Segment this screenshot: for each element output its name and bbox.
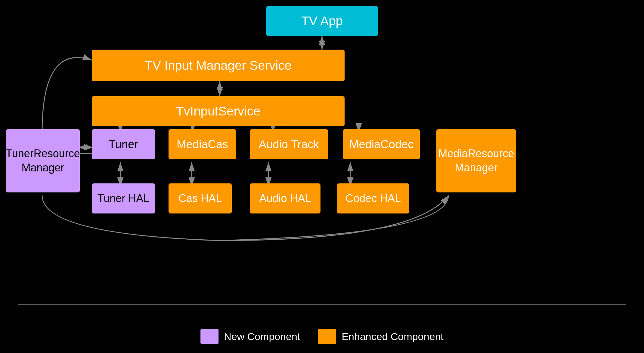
legend-enhanced-component-label: Enhanced Component (342, 331, 443, 342)
mediacas-node: MediaCas (169, 129, 236, 159)
tv-app-node: TV App (266, 6, 378, 36)
legend: New Component Enhanced Component (200, 329, 444, 344)
audio-hal-node: Audio HAL (250, 183, 320, 213)
mediacodec-node: MediaCodec (343, 129, 420, 159)
diagram-container: TV App TV Input Manager Service TvInputS… (0, 0, 644, 353)
codec-hal-node: Codec HAL (337, 183, 409, 213)
legend-enhanced-component-box (318, 329, 336, 344)
cas-hal-node: Cas HAL (169, 183, 232, 213)
tuner-hal-node: Tuner HAL (92, 183, 155, 213)
tv-input-manager-node: TV Input Manager Service (92, 50, 345, 81)
media-resource-manager-node: MediaResourceManager (436, 129, 516, 192)
legend-new-component-label: New Component (224, 331, 300, 342)
audio-track-node: Audio Track (250, 129, 328, 159)
tv-input-service-node: TvInputService (92, 96, 345, 126)
divider (18, 304, 626, 305)
legend-new-component: New Component (200, 329, 300, 344)
legend-new-component-box (200, 329, 218, 344)
tuner-resource-manager-node: TunerResourceManager (6, 129, 80, 192)
tuner-node: Tuner (92, 129, 155, 159)
legend-enhanced-component: Enhanced Component (318, 329, 443, 344)
